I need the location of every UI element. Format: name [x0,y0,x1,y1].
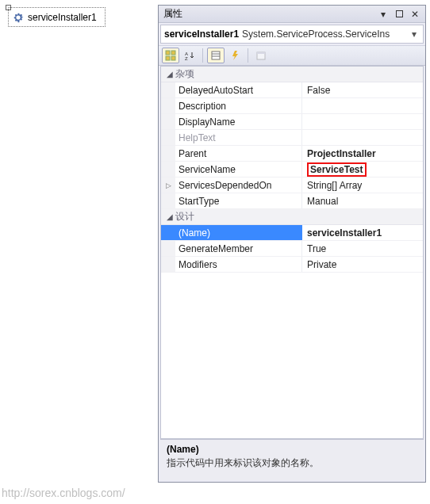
property-name: Description [175,98,302,113]
object-type: System.ServiceProcess.ServiceIns [242,29,409,40]
chevron-down-icon[interactable]: ▾ [409,29,420,40]
property-name: StartType [175,193,302,208]
panel-title: 属性 [163,7,373,21]
property-value[interactable] [302,98,423,113]
property-name: HelpText [175,130,302,145]
property-value[interactable]: String[] Array [302,178,423,193]
svg-rect-0 [396,11,402,17]
property-value[interactable]: Private [302,257,423,272]
property-value[interactable]: ServiceTest [302,162,423,177]
designer-component[interactable]: serviceInstaller1 [8,7,106,27]
designer-component-label: serviceInstaller1 [28,12,97,23]
description-text: 指示代码中用来标识该对象的名称。 [167,456,417,470]
gear-icon [12,11,25,24]
category-misc[interactable]: ◢ 杂项 [161,67,423,82]
property-row[interactable]: Modifiers Private [161,257,423,273]
property-value[interactable]: False [302,82,423,97]
property-name: ServiceName [175,162,302,177]
property-grid[interactable]: ◢ 杂项 DelayedAutoStart False Description … [160,66,424,439]
property-name: ServicesDependedOn [175,178,302,193]
toolbar-separator [202,48,203,63]
property-pages-button[interactable] [252,48,270,63]
dropdown-icon[interactable]: ▾ [378,9,389,20]
expand-icon[interactable]: ▷ [161,178,175,193]
svg-text:Z: Z [185,56,188,61]
property-value[interactable] [302,130,423,145]
property-name: (Name) [175,225,302,240]
svg-rect-2 [171,51,175,55]
properties-panel: 属性 ▾ ✕ serviceInstaller1 System.ServiceP… [158,5,426,483]
alphabetical-button[interactable]: AZ [181,48,198,63]
object-selector[interactable]: serviceInstaller1 System.ServiceProcess.… [160,25,424,44]
property-value[interactable]: ProjectInstaller [302,146,423,161]
category-label: 杂项 [175,67,194,81]
property-row[interactable]: HelpText [161,130,423,146]
categorized-button[interactable] [162,48,179,63]
description-pane: (Name) 指示代码中用来标识该对象的名称。 [160,439,424,480]
property-row[interactable]: Parent ProjectInstaller [161,146,423,162]
svg-rect-11 [257,52,265,54]
property-row[interactable]: ServiceName ServiceTest [161,162,423,178]
property-value[interactable]: Manual [302,193,423,208]
property-row[interactable]: (Name) serviceInstaller1 [161,225,423,241]
property-name: GenerateMember [175,241,302,256]
property-row[interactable]: StartType Manual [161,193,423,209]
property-name: Parent [175,146,302,161]
svg-rect-3 [166,56,170,60]
events-button[interactable] [226,48,244,63]
close-icon[interactable]: ✕ [409,9,420,20]
panel-titlebar[interactable]: 属性 ▾ ✕ [159,6,425,23]
svg-rect-4 [171,56,175,60]
property-value[interactable]: serviceInstaller1 [302,225,423,240]
collapse-icon[interactable]: ◢ [164,70,175,78]
property-name: DisplayName [175,114,302,129]
property-row[interactable]: ▷ ServicesDependedOn String[] Array [161,178,423,193]
properties-button[interactable] [207,48,225,63]
property-name: DelayedAutoStart [175,82,302,97]
property-value[interactable] [302,114,423,129]
category-design[interactable]: ◢ 设计 [161,209,423,225]
svg-rect-1 [166,51,170,55]
object-name: serviceInstaller1 [164,29,239,40]
collapse-icon[interactable]: ◢ [164,212,175,221]
category-label: 设计 [175,210,194,223]
property-row[interactable]: DisplayName [161,114,423,130]
toolbar-separator [248,48,248,63]
properties-toolbar: AZ [159,45,425,66]
highlighted-value: ServiceTest [307,162,367,177]
property-row[interactable]: DelayedAutoStart False [161,82,423,98]
property-name: Modifiers [175,257,302,272]
property-row[interactable]: Description [161,98,423,114]
property-row[interactable]: GenerateMember True [161,241,423,257]
maximize-icon[interactable] [394,9,405,20]
svg-rect-7 [212,52,220,59]
property-value[interactable]: True [302,241,423,256]
watermark: http://sorex.cnblogs.com/ [2,487,125,499]
description-title: (Name) [167,444,417,455]
